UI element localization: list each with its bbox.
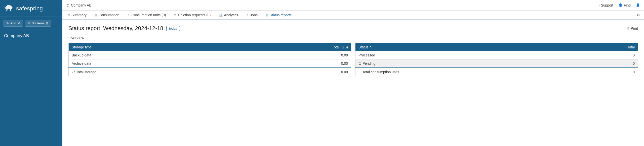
status-table: Status ∿ ⁘ Total Processed 0 (355, 43, 638, 76)
tables-row: Storage type Total (GB) Backup data 0.00… (68, 43, 638, 76)
consumption-units-tab-icon: ⁘ (127, 13, 130, 17)
grid-icon: ⊞ (46, 21, 48, 25)
filter-button[interactable]: ▽ No items ⊞ (25, 20, 51, 27)
status-total-icon: ⁘ (623, 45, 626, 49)
deletion-requests-tab-label: Deletion requests (0) (178, 13, 211, 17)
share-icon: ↗ (17, 21, 20, 25)
tab-analytics[interactable]: 📊 Analytics (215, 11, 242, 20)
tab-summary[interactable]: ⊙ Summary (63, 11, 91, 20)
summary-tab-icon: ⊙ (67, 13, 70, 17)
company-name: Company AB (0, 30, 62, 42)
processed-row: Processed 0 (355, 51, 638, 59)
user-icon: 👤 (636, 3, 640, 7)
analytics-tab-label: Analytics (224, 13, 238, 17)
processed-label: Processed (355, 51, 561, 59)
user-icon-button[interactable]: 👤 (636, 3, 640, 7)
storage-table: Storage type Total (GB) Backup data 0.00… (68, 43, 351, 76)
topbar: ⊙ Company AB ○ Support 👤 Find 👤 (62, 0, 644, 11)
pending-label: ⊙ Pending (355, 59, 561, 68)
total-gb-header: Total (GB) (233, 43, 351, 51)
backup-data-value: 0.00 (233, 51, 351, 59)
print-icon: 🖨 (626, 26, 629, 30)
total-consumption-label: ⁘ Total consumption units (355, 68, 561, 76)
topbar-actions: ○ Support 👤 Find 👤 (597, 3, 640, 7)
shield-icon: 🛡 (72, 70, 75, 74)
status-reports-tab-icon: ⊞ (266, 13, 268, 17)
find-button[interactable]: 👤 Find (618, 3, 631, 7)
support-button[interactable]: ○ Support (597, 3, 613, 7)
archive-data-value: 0.00 (233, 59, 351, 68)
nav-tabs: ⊙ Summary ⊞ Consumption ⁘ Consumption un… (62, 11, 644, 20)
consumption-units-icon: ⁘ (358, 70, 361, 74)
add-icon: ✎ (6, 21, 9, 25)
filter-icon: ▽ (28, 21, 30, 25)
total-storage-label: 🛡 Total storage (69, 68, 233, 76)
total-storage-value: 0.00 (233, 68, 351, 76)
add-button[interactable]: ✎ Add ↗ (4, 20, 23, 27)
breadcrumb-text: Company AB (71, 3, 92, 7)
breadcrumb: ⊙ Company AB (66, 3, 92, 7)
total-consumption-value: 0 (561, 68, 638, 76)
overview-section-title: Overview (68, 36, 638, 40)
page-title: Status report: Wednesday, 2024-12-18 (68, 25, 163, 32)
table-row: Archive data 0.00 (69, 59, 351, 68)
processed-value: 0 (561, 51, 638, 59)
consumption-units-tab-label: Consumption units (0) (131, 13, 166, 17)
pending-row: ⊙ Pending 0 (355, 59, 638, 68)
page-header: Status report: Wednesday, 2024-12-18 tod… (68, 25, 638, 32)
clock-icon: ⊙ (358, 61, 361, 65)
safespring-logo-icon (4, 5, 14, 13)
total-storage-row: 🛡 Total storage 0.00 (69, 68, 351, 76)
content-area: Status report: Wednesday, 2024-12-18 tod… (62, 20, 644, 146)
storage-type-header: Storage type (69, 43, 233, 51)
deletion-requests-tab-icon: ⊙ (174, 13, 177, 17)
total-consumption-row: ⁘ Total consumption units 0 (355, 68, 638, 76)
archive-data-label: Archive data (69, 59, 233, 68)
sidebar: safespring ✎ Add ↗ ▽ No items ⊞ Company … (0, 0, 62, 146)
tab-deletion-requests[interactable]: ⊙ Deletion requests (0) (170, 11, 215, 20)
tab-status-reports[interactable]: ⊞ Status reports (262, 11, 296, 20)
tab-consumption-units[interactable]: ⁘ Consumption units (0) (123, 11, 170, 20)
table-row: Backup data 0.00 (69, 51, 351, 59)
logo-area: safespring (0, 0, 62, 17)
consumption-tab-label: Consumption (99, 13, 119, 17)
main-content: ⊙ Company AB ○ Support 👤 Find 👤 ⊙ (62, 0, 644, 146)
total-header: ⁘ Total (561, 43, 638, 51)
print-button[interactable]: 🖨 Print (626, 26, 638, 30)
backup-data-label: Backup data (69, 51, 233, 59)
today-badge[interactable]: today (166, 26, 180, 31)
support-icon: ○ (597, 3, 599, 7)
jobs-tab-label: Jobs (250, 13, 258, 17)
settings-icon: ⚙ (637, 13, 640, 17)
logo-text: safespring (16, 5, 43, 12)
status-header: Status ∿ (355, 43, 561, 51)
tab-jobs[interactable]: ⁘ Jobs (242, 11, 262, 20)
find-icon: 👤 (618, 3, 623, 7)
status-reports-tab-label: Status reports (270, 13, 292, 17)
tab-consumption[interactable]: ⊞ Consumption (91, 11, 124, 20)
summary-tab-label: Summary (71, 13, 87, 17)
jobs-tab-icon: ⁘ (246, 13, 249, 17)
analytics-tab-icon: 📊 (219, 13, 223, 17)
breadcrumb-icon: ⊙ (66, 3, 69, 7)
pending-value: 0 (561, 59, 638, 68)
settings-button[interactable]: ⚙ (634, 11, 643, 20)
page-title-row: Status report: Wednesday, 2024-12-18 tod… (68, 25, 180, 32)
sidebar-actions: ✎ Add ↗ ▽ No items ⊞ (0, 17, 62, 30)
consumption-tab-icon: ⊞ (95, 13, 97, 17)
